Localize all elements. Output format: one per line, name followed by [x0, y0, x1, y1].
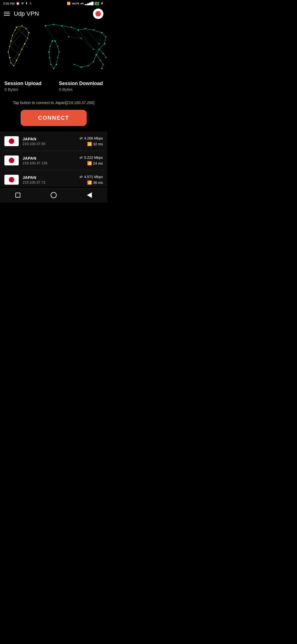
svg-point-38 [10, 40, 12, 42]
server-info: JAPAN 219.100.37.126 [23, 156, 79, 165]
svg-line-77 [103, 53, 106, 58]
svg-point-89 [96, 54, 97, 56]
svg-line-2 [22, 26, 26, 29]
battery-indicator: 18 [95, 2, 99, 5]
svg-point-105 [100, 60, 101, 61]
svg-point-95 [57, 46, 58, 47]
alarm-icon: ⏰ [16, 2, 20, 5]
server-ping: 📶 36 ms [79, 180, 103, 185]
svg-point-33 [13, 65, 14, 66]
svg-line-72 [94, 33, 102, 62]
svg-line-70 [62, 26, 69, 37]
svg-line-3 [26, 29, 29, 33]
svg-line-114 [69, 37, 81, 38]
svg-line-16 [12, 30, 15, 36]
svg-point-30 [21, 49, 23, 50]
server-ping: 📶 24 ms [79, 161, 103, 165]
svg-line-4 [28, 33, 29, 38]
svg-line-45 [78, 29, 85, 30]
svg-point-104 [52, 40, 53, 42]
svg-point-82 [78, 29, 79, 31]
server-ip: 219.100.37.55 [23, 142, 79, 146]
nav-home-button[interactable] [50, 191, 58, 199]
server-ping: 📶 32 ms [79, 142, 103, 146]
japan-flag-icon [4, 136, 19, 146]
svg-point-39 [12, 35, 13, 36]
upload-icon: ⬆ [25, 2, 28, 5]
svg-line-52 [94, 55, 96, 62]
app-title: Udp VPN [14, 10, 39, 17]
speed-icon: ⇄ [79, 136, 83, 140]
svg-point-40 [15, 29, 16, 31]
svg-point-100 [50, 64, 51, 65]
svg-point-37 [9, 46, 10, 47]
back-icon [87, 192, 92, 198]
svg-point-32 [16, 60, 17, 61]
svg-line-53 [88, 62, 94, 66]
svg-line-54 [81, 66, 88, 67]
svg-point-98 [56, 64, 57, 65]
status-bar: 5:55 PM ⏰ ⚙ ⬆ ⚠ 📶 VoLTE 4G ▂▄▆█ 18 ⚡ [0, 0, 107, 6]
menu-button[interactable] [4, 12, 10, 16]
svg-point-79 [53, 24, 54, 25]
svg-line-8 [16, 55, 19, 60]
svg-point-88 [98, 49, 100, 50]
charging-icon: ⚡ [100, 2, 104, 5]
server-item[interactable]: JAPAN 219.100.37.55 ⇄ 4.266 Mbps 📶 32 ms [3, 132, 105, 151]
svg-point-101 [49, 57, 50, 58]
svg-line-6 [22, 44, 25, 49]
svg-line-44 [72, 27, 78, 30]
svg-point-85 [101, 32, 103, 34]
wifi-icon: 📶 [67, 2, 71, 5]
svg-line-59 [56, 58, 58, 64]
server-speed: ⇄ 4.571 Mbps [79, 174, 103, 179]
svg-line-23 [11, 41, 22, 49]
svg-line-61 [51, 64, 54, 69]
server-item[interactable]: JAPAN 219.100.37.126 ⇄ 5.222 Mbps 📶 24 m… [3, 151, 105, 170]
svg-line-76 [99, 49, 103, 53]
svg-line-115 [81, 38, 94, 49]
wifi-signal-icon: 📶 [87, 161, 92, 165]
wifi-signal-icon: 📶 [87, 142, 92, 146]
connect-button[interactable]: CONNECT [21, 110, 87, 126]
download-label: Session Download [59, 81, 103, 86]
status-time: 5:55 PM [3, 2, 15, 5]
svg-line-42 [54, 24, 62, 26]
status-left: 5:55 PM ⏰ ⚙ ⬆ ⚠ [3, 2, 32, 5]
session-upload-block: Session Upload 0 Bytes [4, 81, 42, 92]
signal-icon: ▂▄▆█ [85, 2, 94, 5]
svg-line-19 [11, 26, 22, 41]
svg-point-81 [71, 27, 72, 28]
nav-stop-button[interactable] [14, 191, 22, 199]
svg-line-13 [8, 47, 10, 52]
record-dot-icon [95, 11, 101, 17]
server-country: JAPAN [23, 156, 79, 160]
svg-line-62 [50, 58, 51, 64]
svg-line-50 [99, 44, 105, 49]
svg-point-84 [93, 29, 94, 31]
svg-line-22 [10, 47, 19, 55]
session-stats: Session Upload 0 Bytes Session Download … [0, 77, 107, 94]
session-download-block: Session Download 0 Bytes [59, 81, 103, 92]
svg-point-92 [81, 67, 82, 68]
server-ip: 219.100.37.126 [23, 161, 79, 165]
download-value: 0 Bytes [59, 87, 103, 92]
svg-point-96 [59, 51, 60, 53]
server-list: JAPAN 219.100.37.55 ⇄ 4.266 Mbps 📶 32 ms… [0, 132, 107, 187]
server-country: JAPAN [23, 175, 79, 180]
svg-line-21 [11, 44, 25, 63]
top-bar: Udp VPN [0, 6, 107, 22]
speed-icon: ⇄ [79, 174, 83, 179]
svg-point-83 [85, 28, 86, 29]
svg-line-55 [74, 64, 81, 67]
server-item[interactable]: JAPAN 219.100.37.72 ⇄ 4.571 Mbps 📶 36 ms [3, 170, 105, 187]
svg-line-5 [25, 38, 28, 44]
svg-line-49 [105, 37, 106, 44]
warning-icon: ⚠ [29, 2, 32, 5]
svg-line-67 [78, 30, 94, 49]
status-right: 📶 VoLTE 4G ▂▄▆█ 18 ⚡ [67, 2, 104, 5]
server-stats: ⇄ 4.571 Mbps 📶 36 ms [79, 174, 103, 185]
svg-line-63 [49, 52, 50, 58]
record-button[interactable] [93, 9, 103, 19]
nav-back-button[interactable] [85, 191, 94, 199]
